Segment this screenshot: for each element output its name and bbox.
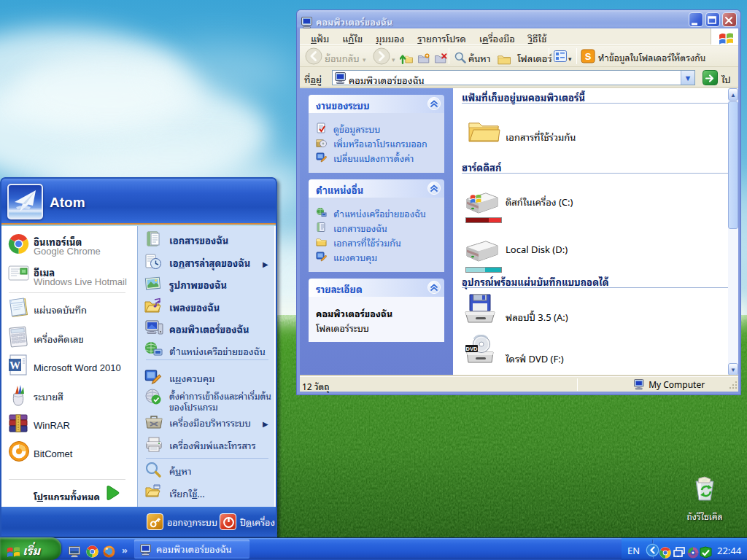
svg-text:W: W: [9, 359, 20, 371]
svg-text:DVD: DVD: [466, 346, 478, 352]
svg-text:S: S: [585, 51, 592, 62]
